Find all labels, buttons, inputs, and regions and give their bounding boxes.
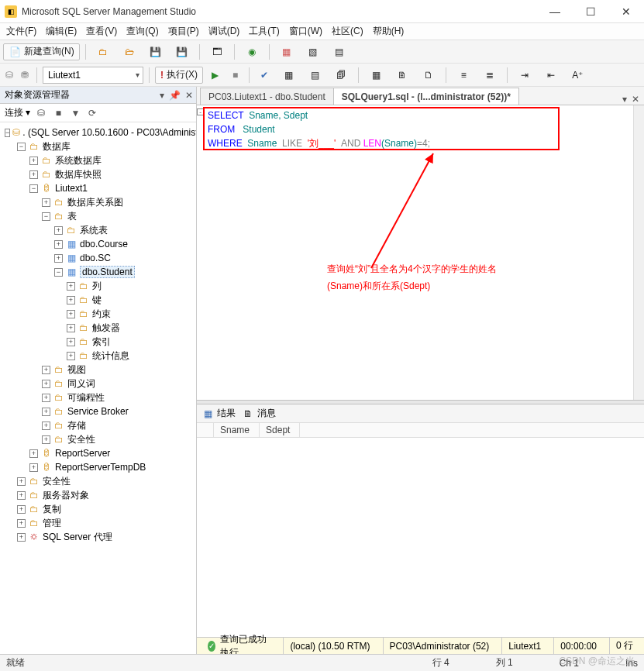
sqlagent-node[interactable]: SQL Server 代理 xyxy=(43,531,112,544)
columns-node[interactable]: 列 xyxy=(92,280,102,293)
panel-close-icon[interactable]: ✕ xyxy=(185,90,193,101)
toggle-icon[interactable]: + xyxy=(54,226,63,235)
management-node[interactable]: 管理 xyxy=(43,517,61,530)
tb-btn-2[interactable]: ▦ xyxy=(275,43,298,60)
toggle-icon[interactable]: + xyxy=(17,519,26,528)
toggle-icon[interactable]: − xyxy=(29,184,38,193)
panel-pin-icon[interactable]: 📌 xyxy=(169,90,181,101)
maximize-button[interactable]: ☐ xyxy=(573,0,608,23)
toggle-icon[interactable]: + xyxy=(29,463,38,472)
toggle-icon[interactable]: + xyxy=(29,449,38,458)
new-query-button[interactable]: 📄新建查询(N) xyxy=(3,43,80,60)
toggle-icon[interactable]: + xyxy=(17,477,26,486)
connect-icon-2[interactable]: ■ xyxy=(52,107,64,119)
triggers-node[interactable]: 触发器 xyxy=(92,322,120,335)
tb-a[interactable]: A⁺ xyxy=(566,67,589,84)
reportservertemp-node[interactable]: ReportServerTempDB xyxy=(55,462,146,473)
menu-view[interactable]: 查看(V) xyxy=(83,23,120,40)
sql-code[interactable]: SELECT Sname, Sdept FROM Student WHERE S… xyxy=(208,108,633,150)
filter-icon[interactable]: ▼ xyxy=(69,107,81,119)
tb-plan[interactable]: ▦ xyxy=(277,67,300,84)
tab-dropdown-icon[interactable]: ▾ xyxy=(622,94,627,105)
tb-outdent[interactable]: ⇤ xyxy=(539,67,563,84)
stop-button[interactable]: ■ xyxy=(227,67,243,84)
tb-btn-4[interactable]: ▤ xyxy=(328,43,351,60)
tb-results-grid[interactable]: ▦ xyxy=(364,67,387,84)
reportserver-node[interactable]: ReportServer xyxy=(55,448,110,459)
connect-icon[interactable]: ⛁ xyxy=(3,69,15,81)
toggle-icon[interactable]: + xyxy=(42,366,50,374)
serverobjects-node[interactable]: 服务器对象 xyxy=(43,489,89,502)
menu-window[interactable]: 窗口(W) xyxy=(286,23,325,40)
menu-community[interactable]: 社区(C) xyxy=(329,23,367,40)
object-explorer-tree[interactable]: −⛁. (SQL Server 10.50.1600 - PC03\Admini… xyxy=(0,122,196,654)
toggle-icon[interactable]: + xyxy=(54,240,63,249)
menu-help[interactable]: 帮助(H) xyxy=(370,23,408,40)
programmability-node[interactable]: 可编程性 xyxy=(67,391,105,404)
toggle-icon[interactable]: + xyxy=(67,296,75,305)
databases-node[interactable]: 数据库 xyxy=(43,140,71,153)
toggle-icon[interactable]: + xyxy=(42,435,50,444)
toggle-icon[interactable]: + xyxy=(67,338,75,346)
menu-edit[interactable]: 编辑(E) xyxy=(43,23,80,40)
parse-button[interactable]: ✔ xyxy=(255,67,274,84)
results-tab[interactable]: ▦结果 xyxy=(201,407,236,420)
tb-results-text[interactable]: 🗎 xyxy=(391,67,414,84)
messages-tab[interactable]: 🗎消息 xyxy=(242,407,276,420)
connect-button[interactable]: 连接 ▾ xyxy=(5,106,30,119)
toggle-icon[interactable]: + xyxy=(17,533,26,542)
toggle-icon[interactable]: + xyxy=(42,394,50,402)
close-button[interactable]: ✕ xyxy=(608,0,644,23)
toggle-icon[interactable]: − xyxy=(54,268,63,277)
toggle-icon[interactable]: − xyxy=(17,143,26,151)
toggle-icon[interactable]: + xyxy=(17,491,26,500)
toggle-icon[interactable]: + xyxy=(42,198,50,207)
menu-query[interactable]: 查询(Q) xyxy=(123,23,161,40)
replication-node[interactable]: 复制 xyxy=(43,503,61,516)
debug-button[interactable]: ▶ xyxy=(206,67,224,84)
col-sdept[interactable]: Sdept xyxy=(260,423,300,437)
minimize-button[interactable]: — xyxy=(537,0,573,23)
server-node[interactable]: . (SQL Server 10.50.1600 - PC03\Administ xyxy=(22,127,196,138)
tb-btn-save[interactable]: 💾 xyxy=(144,43,167,60)
tb-btn-db[interactable]: 🗀 xyxy=(91,43,115,60)
tb-comment[interactable]: ≡ xyxy=(452,67,475,84)
toggle-icon[interactable]: + xyxy=(42,408,50,416)
sc-node[interactable]: dbo.SC xyxy=(80,253,111,263)
disconnect-icon[interactable]: ⛃ xyxy=(19,69,31,81)
tab-sqlquery1[interactable]: SQLQuery1.sql - (l...dministrator (52))* xyxy=(333,88,519,105)
stats-node[interactable]: 统计信息 xyxy=(92,349,129,363)
toggle-icon[interactable]: + xyxy=(29,157,38,165)
panel-dropdown-icon[interactable]: ▾ xyxy=(160,90,164,101)
toggle-icon[interactable]: + xyxy=(67,324,75,332)
tb-opt-1[interactable]: ▤ xyxy=(303,67,326,84)
tb-uncomment[interactable]: ≣ xyxy=(478,67,501,84)
security-node[interactable]: 安全性 xyxy=(43,475,71,488)
refresh-icon[interactable]: ⟳ xyxy=(86,107,98,119)
tb-results-file[interactable]: 🗋 xyxy=(417,67,440,84)
toggle-icon[interactable]: − xyxy=(5,129,10,137)
constraints-node[interactable]: 约束 xyxy=(92,308,111,321)
toggle-icon[interactable]: + xyxy=(54,254,63,263)
toggle-icon[interactable]: + xyxy=(67,352,75,360)
results-grid[interactable]: Sname Sdept xyxy=(197,423,644,637)
systables-node[interactable]: 系统表 xyxy=(80,224,108,237)
views-node[interactable]: 视图 xyxy=(67,363,86,377)
student-node[interactable]: dbo.Student xyxy=(80,266,135,278)
database-select[interactable]: Liutext1 xyxy=(43,67,143,84)
indexes-node[interactable]: 索引 xyxy=(92,336,111,349)
toggle-icon[interactable]: + xyxy=(67,310,75,318)
tb-btn-3[interactable]: ▧ xyxy=(301,43,325,60)
toggle-icon[interactable]: − xyxy=(42,212,50,221)
menu-tools[interactable]: 工具(T) xyxy=(246,23,282,40)
sql-editor[interactable]: - SELECT Sname, Sdept FROM Student WHERE… xyxy=(197,105,644,400)
col-sname[interactable]: Sname xyxy=(214,423,260,437)
keys-node[interactable]: 键 xyxy=(92,294,102,307)
snapshot-node[interactable]: 数据库快照 xyxy=(55,168,102,181)
menu-debug[interactable]: 调试(D) xyxy=(205,23,243,40)
tb-indent[interactable]: ⇥ xyxy=(513,67,536,84)
synonyms-node[interactable]: 同义词 xyxy=(67,377,95,391)
menu-project[interactable]: 项目(P) xyxy=(165,23,202,40)
tb-opt-2[interactable]: 🗐 xyxy=(329,67,353,84)
sysdb-node[interactable]: 系统数据库 xyxy=(55,154,102,167)
